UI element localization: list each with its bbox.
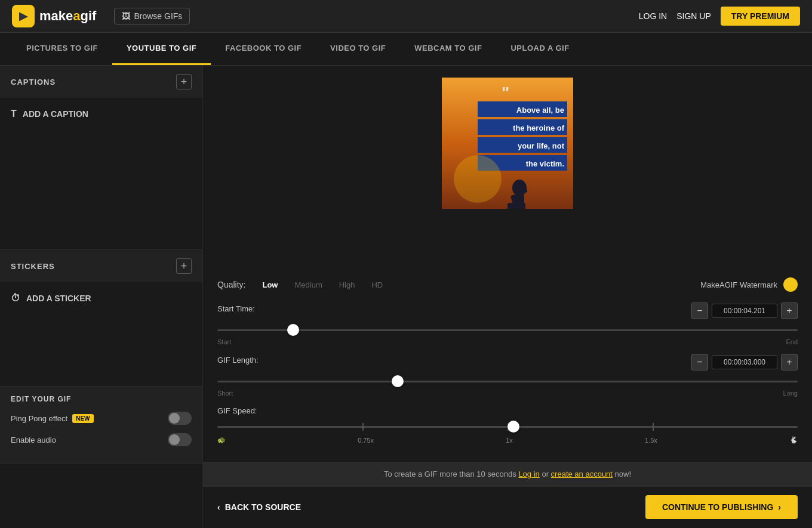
content: " Above all, be the heroine of your life… xyxy=(203,66,812,527)
ping-pong-row: Ping Pong effect NEW xyxy=(11,412,192,425)
try-premium-button[interactable]: TRY PREMIUM xyxy=(721,7,800,26)
login-button[interactable]: LOG IN xyxy=(639,11,667,21)
add-caption-button[interactable]: T ADD A CAPTION xyxy=(0,98,202,130)
speed-075x: 0.75x xyxy=(358,437,374,444)
start-time-plus[interactable]: + xyxy=(781,302,798,319)
watermark-label: MakeAGIF Watermark xyxy=(700,280,777,289)
or-text: or xyxy=(542,470,550,478)
gif-length-labels: Short Long xyxy=(217,390,798,397)
svg-text:the victim.: the victim. xyxy=(526,159,564,168)
header: ▶ makeagif 🖼 Browse GIFs LOG IN SIGN UP … xyxy=(0,0,812,33)
ping-pong-toggle-knob xyxy=(169,413,180,424)
gif-preview: " Above all, be the heroine of your life… xyxy=(442,78,573,209)
logo: ▶ makeagif xyxy=(12,5,96,27)
speed-labels: 🐢 0.75x 1x 1.5x 🐇 xyxy=(217,436,798,444)
end-label: End xyxy=(786,338,798,345)
add-caption-expand-btn[interactable]: + xyxy=(176,74,192,89)
tab-video[interactable]: VIDEO TO GIF xyxy=(316,33,400,65)
enable-audio-toggle[interactable] xyxy=(168,433,192,446)
gif-length-plus[interactable]: + xyxy=(781,354,798,370)
quality-row: Quality: Low Medium High HD MakeAGIF Wat… xyxy=(217,277,798,292)
add-sticker-label: ADD A STICKER xyxy=(26,294,91,303)
quality-high[interactable]: High xyxy=(337,279,358,291)
tab-upload[interactable]: UPLOAD A GIF xyxy=(496,33,583,65)
logo-icon: ▶ xyxy=(12,5,35,27)
gif-length-minus[interactable]: − xyxy=(691,354,708,370)
captions-section: CAPTIONS + T ADD A CAPTION xyxy=(0,66,202,250)
nav-tabs: PICTURES TO GIF YOUTUBE TO GIF FACEBOOK … xyxy=(0,33,812,66)
svg-text:your life, not: your life, not xyxy=(518,141,565,150)
stickers-section: STICKERS + ⏱ ADD A STICKER xyxy=(0,250,202,387)
quality-hd[interactable]: HD xyxy=(369,279,385,291)
add-sticker-button[interactable]: ⏱ ADD A STICKER xyxy=(0,282,202,314)
add-sticker-expand-btn[interactable]: + xyxy=(176,258,192,274)
create-account-link[interactable]: create an account xyxy=(551,470,613,478)
continue-to-publishing-button[interactable]: CONTINUE TO PUBLISHING › xyxy=(645,495,798,519)
enable-audio-label: Enable audio xyxy=(11,436,56,444)
stickers-title: STICKERS xyxy=(11,262,55,271)
tab-webcam[interactable]: WEBCAM TO GIF xyxy=(400,33,496,65)
svg-rect-14 xyxy=(508,203,515,209)
start-time-label: Start Time: xyxy=(217,304,255,313)
edit-gif-section: EDIT YOUR GIF Ping Pong effect NEW Enabl… xyxy=(0,387,202,464)
image-icon: 🖼 xyxy=(122,11,130,21)
gif-speed-label: GIF Speed: xyxy=(217,406,257,415)
back-to-source-button[interactable]: ‹ BACK TO SOURCE xyxy=(217,502,301,512)
enable-audio-toggle-knob xyxy=(169,434,180,445)
svg-text:Above all, be: Above all, be xyxy=(516,106,564,115)
browse-gifs-button[interactable]: 🖼 Browse GIFs xyxy=(114,8,190,24)
back-chevron-icon: ‹ xyxy=(217,502,220,512)
start-time-row: Start Time: − 00:00:04.201 + Start End xyxy=(217,302,798,345)
start-time-minus[interactable]: − xyxy=(691,302,708,319)
continue-label: CONTINUE TO PUBLISHING xyxy=(662,502,773,512)
gif-speed-row: GIF Speed: 🐢 0.75x 1 xyxy=(217,405,798,444)
start-time-labels: Start End xyxy=(217,338,798,345)
start-time-slider[interactable] xyxy=(217,324,798,336)
start-label: Start xyxy=(217,338,231,345)
svg-text:": " xyxy=(502,84,509,102)
info-bar: To create a GIF more than 10 seconds Log… xyxy=(203,462,812,486)
speed-15x: 1.5x xyxy=(645,437,657,444)
svg-point-16 xyxy=(454,155,502,203)
svg-rect-15 xyxy=(518,203,525,209)
continue-chevron-icon: › xyxy=(778,502,781,512)
text-icon: T xyxy=(11,109,17,119)
gif-length-row: GIF Length: − 00:00:03.000 + Short Long xyxy=(217,354,798,397)
watermark-toggle[interactable] xyxy=(783,277,798,292)
svg-text:the heroine of: the heroine of xyxy=(513,123,565,132)
sidebar: CAPTIONS + T ADD A CAPTION STICKERS + ⏱ … xyxy=(0,66,203,527)
tab-youtube[interactable]: YOUTUBE TO GIF xyxy=(112,33,211,65)
quality-label: Quality: xyxy=(217,280,245,289)
watermark-row: MakeAGIF Watermark xyxy=(700,277,798,292)
preview-svg: " Above all, be the heroine of your life… xyxy=(442,78,573,209)
long-label: Long xyxy=(783,390,798,397)
quality-medium[interactable]: Medium xyxy=(292,279,324,291)
controls: Quality: Low Medium High HD MakeAGIF Wat… xyxy=(203,268,812,462)
start-time-value: 00:00:04.201 xyxy=(712,304,777,318)
enable-audio-row: Enable audio xyxy=(11,433,192,446)
short-label: Short xyxy=(217,390,233,397)
edit-gif-title: EDIT YOUR GIF xyxy=(11,395,192,403)
info-text: To create a GIF more than 10 seconds xyxy=(384,470,518,478)
tab-pictures[interactable]: PICTURES TO GIF xyxy=(12,33,112,65)
footer-bar: ‹ BACK TO SOURCE CONTINUE TO PUBLISHING … xyxy=(203,486,812,527)
new-badge: NEW xyxy=(72,414,93,423)
gif-length-slider[interactable] xyxy=(217,375,798,387)
stickers-header[interactable]: STICKERS + xyxy=(0,250,202,282)
gif-speed-slider[interactable] xyxy=(217,421,798,433)
tab-facebook[interactable]: FACEBOOK TO GIF xyxy=(211,33,316,65)
speed-1x: 1x xyxy=(506,437,513,444)
add-caption-label: ADD A CAPTION xyxy=(23,109,88,119)
ping-pong-label: Ping Pong effect NEW xyxy=(11,414,94,423)
info-suffix: now! xyxy=(615,470,631,478)
slow-icon: 🐢 xyxy=(217,436,226,444)
login-link[interactable]: Log in xyxy=(518,470,539,478)
sticker-icon: ⏱ xyxy=(11,293,20,304)
preview-area: " Above all, be the heroine of your life… xyxy=(203,66,812,268)
quality-low[interactable]: Low xyxy=(260,279,280,291)
captions-header[interactable]: CAPTIONS + xyxy=(0,66,202,98)
gif-length-value: 00:00:03.000 xyxy=(712,355,777,369)
back-label: BACK TO SOURCE xyxy=(225,502,301,512)
ping-pong-toggle[interactable] xyxy=(168,412,192,425)
signup-button[interactable]: SIGN UP xyxy=(676,11,711,21)
